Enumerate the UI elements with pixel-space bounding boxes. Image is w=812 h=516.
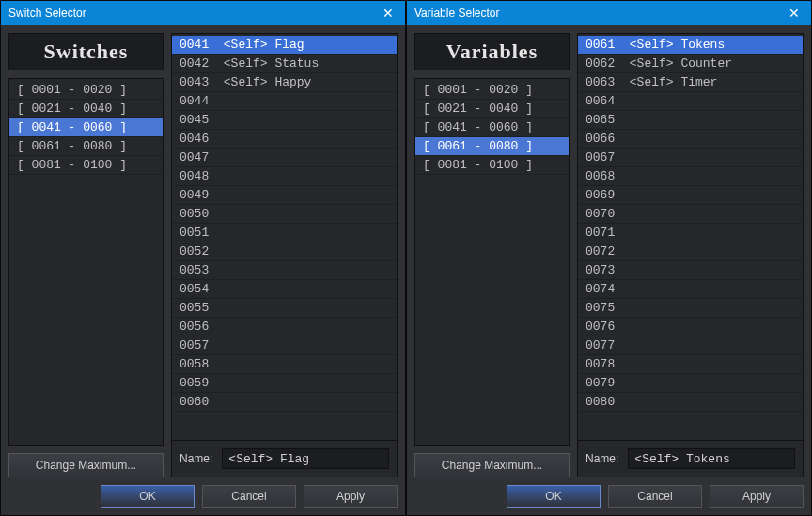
list-item[interactable]: 0059 [172,374,397,393]
range-item[interactable]: [ 0001 - 0020 ] [415,81,569,100]
list-item[interactable]: 0046 [172,130,397,149]
list-item[interactable]: 0064 [578,92,803,111]
list-item[interactable]: 0070 [578,205,803,224]
switch-button-row: OK Cancel Apply [8,485,398,508]
list-item[interactable]: 0065 [578,111,803,130]
list-item[interactable]: 0045 [172,111,397,130]
switch-name-row: Name: [172,440,397,477]
range-item[interactable]: [ 0021 - 0040 ] [9,100,163,118]
name-label: Name: [586,452,618,465]
list-item[interactable]: 0076 [578,318,803,336]
list-item[interactable]: 0043 <Self> Happy [172,73,397,92]
list-item[interactable]: 0052 [172,242,397,261]
range-item[interactable]: [ 0041 - 0060 ] [9,118,163,137]
switches-heading-box: Switches [8,33,164,70]
list-item[interactable]: 0061 <Self> Tokens [578,36,803,55]
list-item[interactable]: 0073 [578,261,803,280]
variables-heading-box: Variables [414,33,570,70]
change-maximum-button[interactable]: Change Maximum... [414,453,570,477]
list-item[interactable]: 0054 [172,280,397,299]
variable-titlebar[interactable]: Variable Selector ✕ [407,1,811,25]
list-item[interactable]: 0079 [578,374,803,393]
list-item[interactable]: 0057 [172,336,397,355]
switch-item-list[interactable]: 0041 <Self> Flag0042 <Self> Status0043 <… [172,34,397,440]
window-title: Switch Selector [8,7,86,20]
list-item[interactable]: 0053 [172,261,397,280]
list-item[interactable]: 0078 [578,355,803,374]
switch-range-list[interactable]: [ 0001 - 0020 ][ 0021 - 0040 ][ 0041 - 0… [8,78,164,446]
list-item[interactable]: 0047 [172,149,397,167]
switch-selector-window: Switch Selector ✕ Switches [ 0001 - 0020… [0,0,406,516]
ok-button[interactable]: OK [507,485,601,508]
variable-body: Variables [ 0001 - 0020 ][ 0021 - 0040 ]… [407,25,811,515]
range-item[interactable]: [ 0041 - 0060 ] [415,118,569,137]
list-item[interactable]: 0062 <Self> Counter [578,55,803,73]
list-item[interactable]: 0042 <Self> Status [172,55,397,73]
list-item[interactable]: 0067 [578,149,803,167]
range-item[interactable]: [ 0081 - 0100 ] [415,156,569,175]
list-item[interactable]: 0056 [172,318,397,336]
list-item[interactable]: 0077 [578,336,803,355]
list-item[interactable]: 0071 [578,224,803,242]
list-item[interactable]: 0044 [172,92,397,111]
name-label: Name: [180,452,212,465]
list-item[interactable]: 0063 <Self> Timer [578,73,803,92]
close-icon[interactable]: ✕ [379,6,398,21]
list-item[interactable]: 0048 [172,167,397,186]
range-item[interactable]: [ 0021 - 0040 ] [415,100,569,118]
variable-button-row: OK Cancel Apply [414,485,804,508]
list-item[interactable]: 0072 [578,242,803,261]
list-item[interactable]: 0066 [578,130,803,149]
range-item[interactable]: [ 0061 - 0080 ] [9,137,163,156]
list-item[interactable]: 0069 [578,186,803,205]
variable-name-input[interactable] [628,448,795,469]
list-item[interactable]: 0041 <Self> Flag [172,36,397,55]
range-item[interactable]: [ 0081 - 0100 ] [9,156,163,175]
switch-titlebar[interactable]: Switch Selector ✕ [1,1,405,25]
variable-selector-window: Variable Selector ✕ Variables [ 0001 - 0… [406,0,812,516]
variable-range-list[interactable]: [ 0001 - 0020 ][ 0021 - 0040 ][ 0041 - 0… [414,78,570,446]
list-item[interactable]: 0080 [578,393,803,412]
cancel-button[interactable]: Cancel [608,485,702,508]
apply-button[interactable]: Apply [710,485,804,508]
apply-button[interactable]: Apply [304,485,398,508]
variables-heading: Variables [415,39,569,64]
variable-name-row: Name: [578,440,803,477]
window-title: Variable Selector [414,7,500,20]
switch-name-input[interactable] [222,448,389,469]
list-item[interactable]: 0074 [578,280,803,299]
list-item[interactable]: 0075 [578,299,803,318]
change-maximum-button[interactable]: Change Maximum... [8,453,164,477]
list-item[interactable]: 0055 [172,299,397,318]
range-item[interactable]: [ 0061 - 0080 ] [415,137,569,156]
close-icon[interactable]: ✕ [785,6,804,21]
list-item[interactable]: 0068 [578,167,803,186]
list-item[interactable]: 0060 [172,393,397,412]
range-item[interactable]: [ 0001 - 0020 ] [9,81,163,100]
switches-heading: Switches [9,39,163,64]
list-item[interactable]: 0049 [172,186,397,205]
variable-item-list[interactable]: 0061 <Self> Tokens0062 <Self> Counter006… [578,34,803,440]
list-item[interactable]: 0051 [172,224,397,242]
list-item[interactable]: 0050 [172,205,397,224]
switch-body: Switches [ 0001 - 0020 ][ 0021 - 0040 ][… [1,25,405,515]
list-item[interactable]: 0058 [172,355,397,374]
ok-button[interactable]: OK [101,485,195,508]
cancel-button[interactable]: Cancel [202,485,296,508]
